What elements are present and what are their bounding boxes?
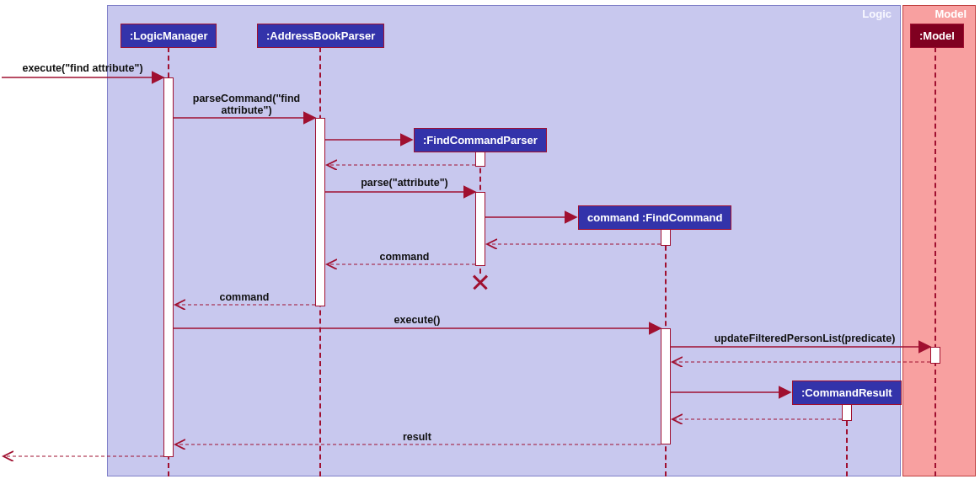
lifeline-model [934,47,936,476]
activation-findcommandparser-a [475,152,485,167]
logic-region-label: Logic [854,6,900,22]
participant-findcommand: command :FindCommand [578,205,731,230]
model-region-label: Model [926,6,975,22]
participant-addressbookparser: :AddressBookParser [257,24,384,48]
msg-execute: execute() [371,314,463,326]
msg-result: result [371,431,463,443]
msg-execute-entry: execute("find attribute") [7,62,158,74]
activation-commandresult [842,404,852,421]
msg-parsecommand: parseCommand("find attribute") [181,93,312,116]
logic-region: Logic [107,5,901,476]
activation-addressbookparser [315,118,325,306]
activation-findcommandparser-b [475,192,485,266]
sequence-diagram: Logic Model :LogicManager :AddressBookPa… [0,0,980,479]
destroy-findcommandparser-icon [472,274,489,290]
msg-command-return1: command [350,251,459,263]
activation-model [930,347,940,364]
msg-updatefilteredpersonlist: updateFilteredPersonList(predicate) [691,333,918,344]
msg-parse: parse("attribute") [345,177,463,189]
participant-logicmanager: :LogicManager [120,24,217,48]
participant-commandresult: :CommandResult [792,381,902,405]
activation-findcommand-a [661,229,671,246]
model-region: Model [902,5,976,476]
activation-findcommand-b [661,328,671,444]
msg-command-return2: command [190,291,299,303]
participant-findcommandparser: :FindCommandParser [414,128,547,152]
participant-model: :Model [910,24,964,48]
activation-logicmanager [163,77,174,457]
